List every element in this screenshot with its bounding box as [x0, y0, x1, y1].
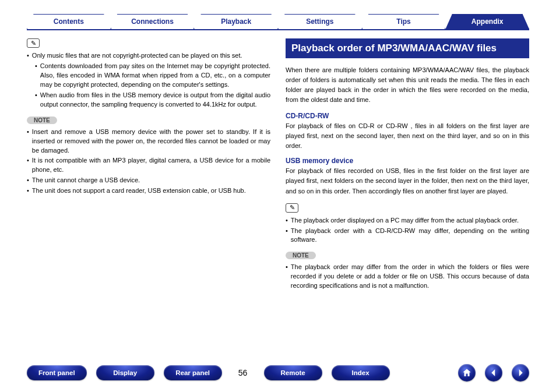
- note-badge-right: NOTE: [286, 252, 316, 259]
- pencil-icon: ✎: [27, 38, 40, 48]
- home-icon[interactable]: [458, 364, 476, 382]
- tab-appendix[interactable]: Appendix: [445, 14, 529, 29]
- left-note-3: The unit cannot charge a USB device.: [32, 176, 140, 185]
- tab-playback[interactable]: Playback: [194, 14, 278, 29]
- next-page-icon[interactable]: [512, 364, 529, 382]
- section-heading: Playback order of MP3/WMA/AAC/WAV files: [286, 38, 529, 58]
- remote-button[interactable]: Remote: [264, 365, 322, 380]
- tab-tips[interactable]: Tips: [362, 14, 446, 29]
- note-badge-left: NOTE: [27, 116, 57, 124]
- usb-paragraph: For playback of files recorded on USB, f…: [286, 166, 529, 196]
- tab-settings[interactable]: Settings: [278, 14, 362, 29]
- page-number: 56: [231, 368, 255, 377]
- right-note-body: The playback order may differ from the o…: [291, 263, 529, 291]
- front-panel-button[interactable]: Front panel: [27, 365, 87, 380]
- rear-panel-button[interactable]: Rear panel: [164, 365, 222, 380]
- bottom-nav: Front panel Display Rear panel 56 Remote…: [0, 364, 556, 382]
- pencil-icon-right: ✎: [286, 203, 298, 213]
- right-column: Playback order of MP3/WMA/AAC/WAV files …: [286, 38, 529, 292]
- tab-connections[interactable]: Connections: [111, 14, 195, 29]
- cdr-paragraph: For playback of files on CD-R or CD-RW ,…: [286, 121, 529, 151]
- prev-page-icon[interactable]: [485, 364, 502, 382]
- tab-contents[interactable]: Contents: [27, 14, 111, 29]
- left-column: ✎ Only music files that are not copyrigh…: [27, 38, 270, 292]
- display-button[interactable]: Display: [96, 365, 154, 380]
- left-bullet-1b: When audio from files in the USB memory …: [40, 91, 270, 110]
- intro-paragraph: When there are multiple folders containi…: [286, 65, 529, 105]
- index-button[interactable]: Index: [332, 365, 390, 380]
- top-tabs: Contents Connections Playback Settings T…: [0, 0, 556, 29]
- right-tip-2: The playback order with a CD-R/CD-RW may…: [291, 227, 529, 245]
- left-bullet-1a: Contents downloaded from pay sites on th…: [40, 62, 270, 90]
- subhead-usb: USB memory device: [286, 157, 529, 165]
- left-note-2: It is not compatible with an MP3 player,…: [32, 156, 270, 175]
- left-note-4: The unit does not support a card reader,…: [32, 186, 246, 196]
- left-note-1: Insert and remove a USB memory device wi…: [32, 128, 270, 156]
- left-bullet-1: Only music files that are not copyright-…: [32, 51, 242, 61]
- subhead-cdr: CD-R/CD-RW: [286, 112, 529, 120]
- right-tip-1: The playback order displayed on a PC may…: [291, 216, 519, 225]
